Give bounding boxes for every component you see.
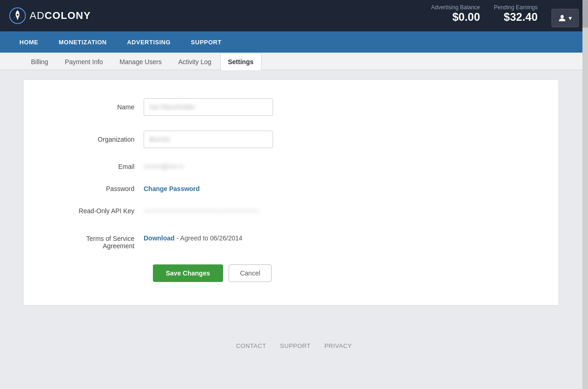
main-content: Name Organization Email ••••••••@••••.••…	[0, 70, 588, 315]
cancel-button[interactable]: Cancel	[229, 264, 272, 282]
api-key-value: ••••••••••••••••••••••••••••••••	[144, 208, 259, 215]
organization-input[interactable]	[144, 131, 273, 148]
tab-payment-info[interactable]: Payment Info	[57, 53, 111, 70]
svg-point-1	[17, 14, 18, 16]
logo-text: ADCOLONY	[30, 10, 91, 22]
footer-support[interactable]: SUPPORT	[280, 342, 310, 349]
tab-billing[interactable]: Billing	[23, 53, 56, 70]
svg-point-2	[561, 15, 564, 18]
pending-earnings-label: Pending Earnings	[494, 4, 538, 11]
password-label: Password	[51, 185, 144, 192]
header: ADCOLONY Advertising Balance $0.00 Pendi…	[0, 0, 588, 31]
tos-content: Download - Agreed to 06/26/2014	[144, 234, 242, 242]
name-input[interactable]	[144, 98, 273, 116]
password-row: Password Change Password	[51, 185, 531, 192]
save-changes-button[interactable]: Save Changes	[153, 264, 223, 282]
organization-label: Organization	[51, 136, 144, 143]
footer-contact[interactable]: CONTACT	[236, 342, 266, 349]
user-menu-button[interactable]: ▾	[552, 9, 579, 27]
user-icon	[558, 14, 566, 22]
tab-activity-log[interactable]: Activity Log	[170, 53, 219, 70]
nav-support[interactable]: SUPPORT	[181, 31, 231, 53]
tabs-container: Billing Payment Info Manage Users Activi…	[0, 53, 588, 70]
name-label: Name	[51, 103, 144, 111]
email-row: Email ••••••••@••••.••	[51, 163, 531, 170]
pending-earnings: Pending Earnings $32.40	[494, 4, 538, 24]
main-nav: HOME MONETIZATION ADVERTISING SUPPORT	[0, 31, 588, 53]
logo: ADCOLONY	[9, 7, 91, 24]
footer: CONTACT SUPPORT PRIVACY	[0, 333, 588, 359]
api-key-row: Read-Only API Key ••••••••••••••••••••••…	[51, 207, 531, 215]
change-password-link[interactable]: Change Password	[144, 185, 200, 192]
pending-earnings-value: $32.40	[504, 11, 538, 23]
email-label: Email	[51, 163, 144, 170]
logo-icon	[9, 7, 26, 24]
scrollbar-track[interactable]	[582, 0, 588, 389]
advertising-balance-value: $0.00	[452, 11, 480, 23]
nav-advertising[interactable]: ADVERTISING	[117, 31, 181, 53]
name-row: Name	[51, 98, 531, 116]
settings-card: Name Organization Email ••••••••@••••.••…	[23, 79, 559, 305]
tos-agreed-text: - Agreed to 06/26/2014	[176, 234, 242, 242]
tos-label: Terms of ServiceAgreement	[51, 234, 144, 250]
organization-row: Organization	[51, 131, 531, 148]
tos-row: Terms of ServiceAgreement Download - Agr…	[51, 229, 531, 250]
nav-home[interactable]: HOME	[9, 31, 48, 53]
user-dropdown-arrow: ▾	[569, 14, 572, 22]
api-key-label: Read-Only API Key	[51, 207, 144, 215]
tab-settings[interactable]: Settings	[220, 53, 261, 70]
header-right: Advertising Balance $0.00 Pending Earnin…	[431, 4, 579, 27]
tos-download-link[interactable]: Download	[144, 234, 175, 242]
advertising-balance: Advertising Balance $0.00	[431, 4, 480, 24]
scrollbar-thumb[interactable]	[582, 0, 588, 28]
button-row: Save Changes Cancel	[51, 264, 531, 282]
footer-privacy[interactable]: PRIVACY	[324, 342, 352, 349]
nav-monetization[interactable]: MONETIZATION	[48, 31, 117, 53]
tab-manage-users[interactable]: Manage Users	[112, 53, 170, 70]
email-value: ••••••••@••••.••	[144, 163, 184, 170]
advertising-balance-label: Advertising Balance	[431, 4, 480, 11]
